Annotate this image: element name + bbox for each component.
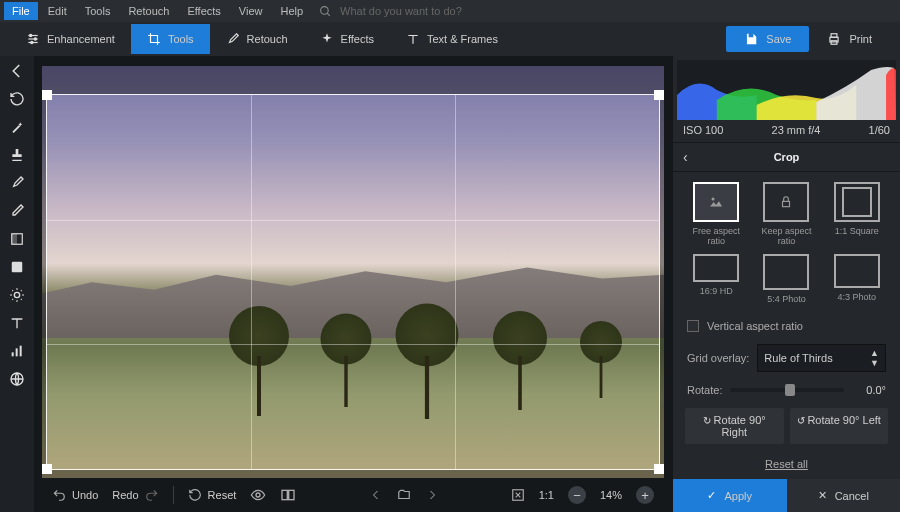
menu-tools[interactable]: Tools xyxy=(77,2,119,20)
grid-overlay-label: Grid overlay: xyxy=(687,352,749,364)
ratio-square[interactable]: 1:1 Square xyxy=(826,182,888,246)
save-button[interactable]: Save xyxy=(726,26,809,52)
magic-wand-icon[interactable] xyxy=(8,118,26,136)
right-panel: ISO 100 23 mm f/4 1/60 ‹ Crop Free aspec… xyxy=(672,56,900,512)
save-icon xyxy=(744,32,758,46)
rotate-slider[interactable] xyxy=(730,388,844,392)
svg-rect-17 xyxy=(20,346,22,357)
ratio-16-9[interactable]: 16:9 HD xyxy=(685,254,747,304)
zoom-value: 14% xyxy=(600,489,622,501)
canvas[interactable] xyxy=(42,66,664,478)
left-toolbar xyxy=(0,56,34,512)
tab-retouch[interactable]: Retouch xyxy=(210,24,304,54)
browse-button[interactable] xyxy=(396,488,412,502)
crop-rectangle[interactable] xyxy=(46,94,660,470)
svg-point-23 xyxy=(712,198,715,201)
tab-text-frames[interactable]: Text & Frames xyxy=(390,24,514,54)
vertical-aspect-label: Vertical aspect ratio xyxy=(707,320,803,332)
cancel-button[interactable]: ✕Cancel xyxy=(787,479,901,512)
preview-button[interactable] xyxy=(250,487,266,503)
aspect-ratio-grid: Free aspect ratio Keep aspect ratio 1:1 … xyxy=(673,172,900,314)
brightness-icon[interactable] xyxy=(8,286,26,304)
tab-label: Text & Frames xyxy=(427,33,498,45)
sliders-icon xyxy=(26,32,40,46)
menubar: File Edit Tools Retouch Effects View Hel… xyxy=(0,0,900,22)
redo-button[interactable]: Redo xyxy=(112,488,158,502)
dropper-icon[interactable] xyxy=(8,202,26,220)
crop-handle-bl[interactable] xyxy=(42,464,52,474)
brush-tool-icon[interactable] xyxy=(8,174,26,192)
compare-button[interactable] xyxy=(280,487,296,503)
panel-title: Crop xyxy=(774,151,800,163)
panel-header: ‹ Crop xyxy=(673,142,900,172)
tab-label: Enhancement xyxy=(47,33,115,45)
next-image-button[interactable] xyxy=(426,489,438,501)
grid-overlay-row: Grid overlay: Rule of Thirds▲▼ xyxy=(673,338,900,378)
crop-overlay[interactable] xyxy=(42,66,664,478)
rotate-value: 0.0° xyxy=(852,384,886,396)
panel-back-button[interactable]: ‹ xyxy=(683,149,688,165)
reset-button[interactable]: Reset xyxy=(188,488,237,502)
zoom-in-button[interactable]: + xyxy=(636,486,654,504)
menu-edit[interactable]: Edit xyxy=(40,2,75,20)
apply-button[interactable]: ✓Apply xyxy=(673,479,787,512)
web-icon[interactable] xyxy=(8,370,26,388)
tab-label: Effects xyxy=(341,33,374,45)
exif-info: ISO 100 23 mm f/4 1/60 xyxy=(673,124,900,142)
svg-rect-15 xyxy=(12,352,14,356)
svg-point-7 xyxy=(31,41,33,43)
rotate-label: Rotate: xyxy=(687,384,722,396)
menu-retouch[interactable]: Retouch xyxy=(120,2,177,20)
text-icon xyxy=(406,32,420,46)
vertical-aspect-checkbox[interactable] xyxy=(687,320,699,332)
gradient-icon[interactable] xyxy=(8,230,26,248)
crop-handle-tl[interactable] xyxy=(42,90,52,100)
tab-enhancement[interactable]: Enhancement xyxy=(10,24,131,54)
svg-rect-21 xyxy=(289,490,294,499)
crop-handle-tr[interactable] xyxy=(654,90,664,100)
ratio-5-4[interactable]: 5:4 Photo xyxy=(755,254,817,304)
search-input[interactable] xyxy=(334,2,514,20)
print-button[interactable]: Print xyxy=(809,26,890,52)
ratio-4-3[interactable]: 4:3 Photo xyxy=(826,254,888,304)
svg-rect-9 xyxy=(831,34,837,38)
menu-file[interactable]: File xyxy=(4,2,38,20)
print-icon xyxy=(827,32,841,46)
svg-point-14 xyxy=(14,292,19,297)
svg-point-0 xyxy=(321,6,329,14)
panel-actions: ✓Apply ✕Cancel xyxy=(673,479,900,512)
stamp-icon[interactable] xyxy=(8,146,26,164)
reset-all-link[interactable]: Reset all xyxy=(673,450,900,478)
svg-point-6 xyxy=(34,38,36,40)
rotate-row: Rotate: 0.0° xyxy=(673,378,900,402)
svg-rect-13 xyxy=(12,262,23,273)
ratio-keep[interactable]: Keep aspect ratio xyxy=(755,182,817,246)
menu-effects[interactable]: Effects xyxy=(179,2,228,20)
text-tool-icon[interactable] xyxy=(8,314,26,332)
levels-icon[interactable] xyxy=(8,342,26,360)
vignette-icon[interactable] xyxy=(8,258,26,276)
rotate-left-button[interactable]: ↺ Rotate 90° Left xyxy=(790,408,889,444)
fit-screen-button[interactable] xyxy=(511,488,525,502)
svg-line-1 xyxy=(327,13,330,16)
vertical-aspect-row: Vertical aspect ratio xyxy=(673,314,900,338)
prev-image-button[interactable] xyxy=(370,489,382,501)
menu-view[interactable]: View xyxy=(231,2,271,20)
back-arrow-icon[interactable] xyxy=(8,62,26,80)
lens-value: 23 mm f/4 xyxy=(772,124,821,136)
zoom-fit-label[interactable]: 1:1 xyxy=(539,489,554,501)
svg-rect-24 xyxy=(783,201,790,206)
grid-overlay-select[interactable]: Rule of Thirds▲▼ xyxy=(757,344,886,372)
rotate-right-button[interactable]: ↻ Rotate 90° Right xyxy=(685,408,784,444)
menu-help[interactable]: Help xyxy=(272,2,311,20)
histogram xyxy=(677,60,896,120)
zoom-out-button[interactable]: − xyxy=(568,486,586,504)
save-label: Save xyxy=(766,33,791,45)
svg-rect-20 xyxy=(282,490,287,499)
tab-tools[interactable]: Tools xyxy=(131,24,210,54)
undo-button[interactable]: Undo xyxy=(52,488,98,502)
tab-effects[interactable]: Effects xyxy=(304,24,390,54)
ratio-free[interactable]: Free aspect ratio xyxy=(685,182,747,246)
rotate-ccw-icon[interactable] xyxy=(8,90,26,108)
crop-handle-br[interactable] xyxy=(654,464,664,474)
